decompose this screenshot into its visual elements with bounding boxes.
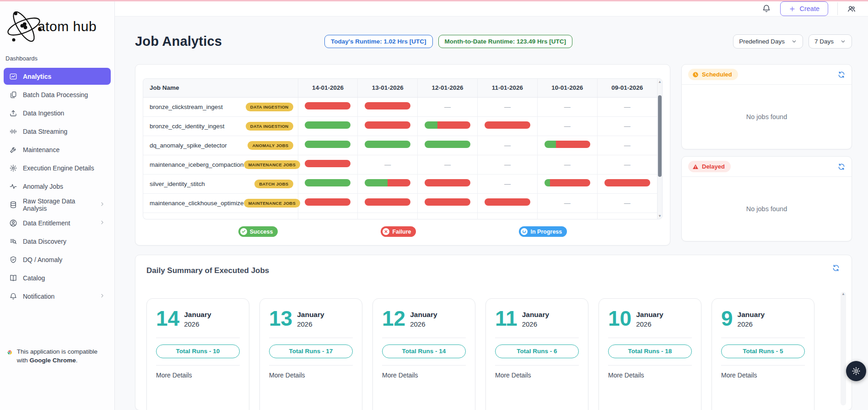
days-range-select[interactable]: 7 Days: [809, 34, 852, 49]
clock-icon: [692, 71, 699, 78]
predefined-days-select[interactable]: Predefined Days: [733, 34, 803, 49]
run-status-bar[interactable]: [425, 121, 470, 129]
jobs-table-scrollbar[interactable]: ▲ ▼: [657, 78, 663, 219]
sidebar-item-maintenance[interactable]: Maintenance: [4, 141, 111, 158]
more-details-link[interactable]: More Details: [608, 372, 692, 379]
run-status-bar[interactable]: [365, 102, 410, 109]
gear-icon: [9, 164, 17, 172]
no-run-dash: —: [384, 161, 391, 168]
runtime-badges: Today's Runtime: 1.02 Hrs [UTC] Month-to…: [324, 35, 572, 48]
run-status-bar[interactable]: [485, 121, 530, 129]
job-name: maintenance_clickhouse_optimize: [150, 200, 244, 207]
run-status-bar[interactable]: [425, 179, 470, 186]
sidebar-item-notification[interactable]: Notification: [4, 288, 111, 305]
page-content: Job Analytics Today's Runtime: 1.02 Hrs …: [115, 16, 868, 410]
year-label: 2026: [636, 320, 663, 328]
run-status-bar[interactable]: [425, 198, 470, 206]
divider: [608, 365, 692, 366]
run-status-bar[interactable]: [485, 198, 530, 206]
run-status-bar[interactable]: [604, 179, 650, 186]
sidebar-item-label: Batch Data Processing: [23, 91, 88, 98]
more-details-link[interactable]: More Details: [382, 372, 466, 379]
scroll-up-arrow[interactable]: ▲: [658, 80, 662, 84]
run-status-bar[interactable]: [305, 121, 350, 129]
sidebar-item-batch-data-processing[interactable]: Batch Data Processing: [4, 86, 111, 103]
divider: [382, 338, 466, 338]
app-logo[interactable]: atom hub: [0, 4, 114, 47]
table-row: silver_identity_stitchBATCH JOBS—: [143, 174, 657, 193]
sidebar-item-data-ingestion[interactable]: Data Ingestion: [4, 104, 111, 121]
year-label: 2026: [410, 320, 437, 328]
run-status-bar[interactable]: [365, 121, 410, 129]
jobs-table-header-row: Job Name14-01-202613-01-202612-01-202611…: [143, 79, 657, 97]
no-run-dash: —: [504, 142, 511, 149]
daily-summary-scrollbar[interactable]: ▲: [841, 292, 846, 405]
run-status-bar[interactable]: [425, 141, 470, 148]
sidebar-item-data-discovery[interactable]: Data Discovery: [4, 233, 111, 250]
sidebar-item-label: Notification: [23, 293, 54, 300]
notification-bell-icon[interactable]: [762, 4, 771, 13]
divider: [156, 365, 240, 366]
scheduled-badge: Scheduled: [688, 69, 738, 80]
daily-summary-card-14-january: 14January2026Total Runs - 10More Details: [146, 298, 249, 410]
day-number: 9: [721, 309, 733, 329]
run-status-bar[interactable]: [545, 179, 590, 186]
sidebar-item-execution-engine-details[interactable]: Execution Engine Details: [4, 159, 111, 176]
sidebar-item-catalog[interactable]: Catalog: [4, 269, 111, 286]
day-number: 10: [608, 309, 631, 329]
scrollbar-thumb[interactable]: [658, 95, 662, 177]
more-details-link[interactable]: More Details: [721, 372, 805, 379]
month-label: January: [636, 311, 663, 319]
scroll-down-arrow[interactable]: ▼: [658, 214, 662, 218]
run-status-bar[interactable]: [365, 141, 410, 148]
run-status-bar[interactable]: [365, 198, 410, 206]
date-column-header: 13-01-2026: [358, 79, 418, 97]
bell-icon: [9, 292, 17, 301]
run-status-bar[interactable]: [305, 160, 350, 167]
create-button[interactable]: Create: [780, 1, 828, 16]
scheduled-empty-text: No jobs found: [682, 85, 852, 149]
run-status-bar[interactable]: [545, 141, 590, 148]
sidebar-item-label: Data Streaming: [23, 128, 67, 135]
refresh-icon[interactable]: [832, 264, 840, 272]
more-details-link[interactable]: More Details: [269, 372, 353, 379]
sidebar-item-data-entitlement[interactable]: Data Entitlement: [4, 214, 111, 231]
run-status-bar[interactable]: [365, 179, 410, 186]
month-label: January: [297, 311, 324, 319]
sidebar-item-anomaly-jobs[interactable]: Anomaly Jobs: [4, 178, 111, 195]
job-name: maintenance_iceberg_compaction: [150, 161, 244, 168]
daily-summary-title: Daily Summary of Executed Jobs: [146, 266, 841, 275]
month-label: January: [184, 311, 211, 319]
cross-icon: [383, 228, 389, 235]
chrome-compat-note: This application is compatible with Goog…: [0, 347, 114, 365]
job-name: dq_anomaly_spike_detector: [150, 142, 227, 149]
run-status-bar[interactable]: [305, 179, 350, 186]
sidebar-section-label: Dashboards: [0, 47, 114, 66]
divider: [495, 338, 579, 338]
sidebar-item-label: DQ / Anomaly: [23, 256, 62, 263]
run-status-bar[interactable]: [305, 102, 350, 109]
sidebar-item-raw-storage-data-analysis[interactable]: Raw Storage Data Analysis: [4, 196, 111, 213]
table-row: bronze_clickstream_ingestDATA INGESTION—…: [143, 97, 657, 116]
no-run-dash: —: [564, 103, 571, 110]
settings-fab-button[interactable]: [846, 361, 866, 381]
sidebar-item-dq-anomaly[interactable]: DQ / Anomaly: [4, 251, 111, 268]
run-status-bar[interactable]: [305, 141, 350, 148]
no-run-dash: —: [624, 161, 631, 168]
no-run-dash: —: [564, 161, 571, 168]
refresh-icon[interactable]: [838, 71, 845, 78]
more-details-link[interactable]: More Details: [156, 372, 240, 379]
table-row: maintenance_iceberg_compactionMAINTENANC…: [143, 155, 657, 174]
users-icon[interactable]: [847, 4, 856, 13]
job-category-badge: BATCH JOBS: [254, 180, 293, 188]
divider: [269, 365, 353, 366]
more-details-link[interactable]: More Details: [495, 372, 579, 379]
sidebar-item-analytics[interactable]: Analytics: [4, 68, 111, 85]
delayed-badge: Delayed: [688, 161, 731, 172]
sidebar-item-data-streaming[interactable]: Data Streaming: [4, 123, 111, 140]
scroll-up-arrow[interactable]: ▲: [841, 292, 845, 296]
refresh-icon[interactable]: [838, 163, 845, 170]
divider: [608, 338, 692, 338]
upload-icon: [9, 109, 17, 117]
run-status-bar[interactable]: [305, 198, 350, 206]
